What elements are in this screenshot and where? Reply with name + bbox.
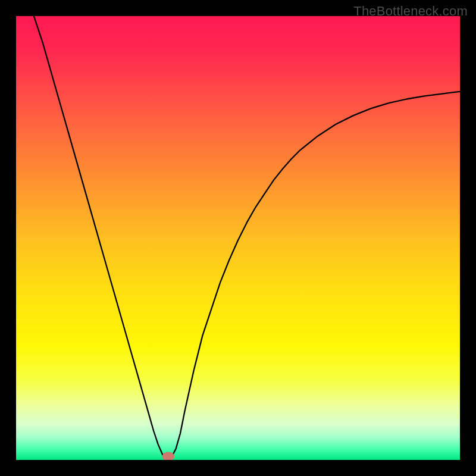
- plot-area: [16, 16, 460, 460]
- gradient-background: [16, 16, 460, 460]
- chart-frame: TheBottleneck.com: [0, 0, 476, 476]
- bottleneck-chart-svg: [16, 16, 460, 460]
- watermark-label: TheBottleneck.com: [353, 4, 468, 19]
